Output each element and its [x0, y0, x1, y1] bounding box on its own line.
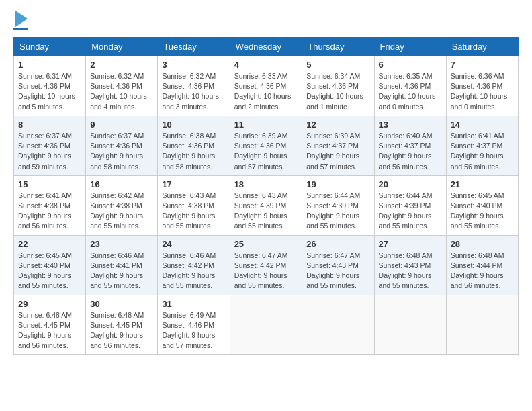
calendar-cell: 22Sunrise: 6:45 AMSunset: 4:40 PMDayligh…: [14, 235, 86, 295]
day-number: 26: [306, 239, 369, 249]
day-info: Sunrise: 6:49 AMSunset: 4:46 PMDaylight:…: [162, 310, 225, 351]
calendar-cell: 21Sunrise: 6:45 AMSunset: 4:40 PMDayligh…: [446, 175, 518, 235]
col-header-monday: Monday: [86, 38, 158, 56]
day-info: Sunrise: 6:37 AMSunset: 4:36 PMDaylight:…: [90, 131, 153, 172]
calendar-cell: 8Sunrise: 6:37 AMSunset: 4:36 PMDaylight…: [14, 116, 86, 175]
day-number: 13: [379, 120, 442, 130]
day-info: Sunrise: 6:35 AMSunset: 4:36 PMDaylight:…: [379, 71, 442, 112]
calendar-cell: 5Sunrise: 6:34 AMSunset: 4:36 PMDaylight…: [302, 56, 374, 116]
day-info: Sunrise: 6:42 AMSunset: 4:38 PMDaylight:…: [90, 191, 153, 232]
day-info: Sunrise: 6:39 AMSunset: 4:36 PMDaylight:…: [234, 131, 298, 172]
day-number: 25: [234, 239, 298, 249]
calendar-cell: 14Sunrise: 6:41 AMSunset: 4:37 PMDayligh…: [446, 116, 518, 175]
day-info: Sunrise: 6:43 AMSunset: 4:39 PMDaylight:…: [234, 191, 298, 232]
day-number: 24: [162, 239, 225, 249]
calendar-cell: 11Sunrise: 6:39 AMSunset: 4:36 PMDayligh…: [230, 116, 302, 175]
day-number: 23: [90, 239, 153, 249]
calendar-week-row: 29Sunrise: 6:48 AMSunset: 4:45 PMDayligh…: [14, 295, 519, 355]
day-info: Sunrise: 6:44 AMSunset: 4:39 PMDaylight:…: [379, 191, 442, 232]
day-number: 31: [162, 299, 225, 309]
calendar-cell: 23Sunrise: 6:46 AMSunset: 4:41 PMDayligh…: [86, 235, 158, 295]
calendar-cell: 9Sunrise: 6:37 AMSunset: 4:36 PMDaylight…: [86, 116, 158, 175]
calendar-header-row: SundayMondayTuesdayWednesdayThursdayFrid…: [14, 38, 519, 56]
day-info: Sunrise: 6:33 AMSunset: 4:36 PMDaylight:…: [234, 71, 298, 112]
day-number: 30: [90, 299, 153, 309]
day-number: 11: [234, 120, 298, 130]
day-info: Sunrise: 6:46 AMSunset: 4:42 PMDaylight:…: [162, 250, 225, 291]
day-number: 5: [306, 60, 369, 70]
day-number: 1: [18, 60, 81, 70]
calendar-cell: [230, 295, 302, 355]
day-info: Sunrise: 6:46 AMSunset: 4:41 PMDaylight:…: [90, 250, 153, 291]
calendar-cell: [374, 295, 446, 355]
calendar-cell: 24Sunrise: 6:46 AMSunset: 4:42 PMDayligh…: [158, 235, 230, 295]
day-info: Sunrise: 6:47 AMSunset: 4:43 PMDaylight:…: [306, 250, 369, 291]
day-number: 3: [162, 60, 225, 70]
calendar-table: SundayMondayTuesdayWednesdayThursdayFrid…: [13, 37, 519, 355]
calendar-cell: 16Sunrise: 6:42 AMSunset: 4:38 PMDayligh…: [86, 175, 158, 235]
page-header: [13, 13, 519, 30]
col-header-sunday: Sunday: [14, 38, 86, 56]
day-number: 8: [18, 120, 81, 130]
day-number: 17: [162, 179, 225, 189]
day-info: Sunrise: 6:36 AMSunset: 4:36 PMDaylight:…: [451, 71, 514, 112]
calendar-cell: 7Sunrise: 6:36 AMSunset: 4:36 PMDaylight…: [446, 56, 518, 116]
day-number: 12: [306, 120, 369, 130]
day-number: 19: [306, 179, 369, 189]
calendar-cell: 6Sunrise: 6:35 AMSunset: 4:36 PMDaylight…: [374, 56, 446, 116]
logo-text: [13, 13, 28, 27]
calendar-week-row: 1Sunrise: 6:31 AMSunset: 4:36 PMDaylight…: [14, 56, 519, 116]
logo: [13, 13, 28, 30]
calendar-cell: 2Sunrise: 6:32 AMSunset: 4:36 PMDaylight…: [86, 56, 158, 116]
day-number: 16: [90, 179, 153, 189]
calendar-cell: 28Sunrise: 6:48 AMSunset: 4:44 PMDayligh…: [446, 235, 518, 295]
calendar-week-row: 8Sunrise: 6:37 AMSunset: 4:36 PMDaylight…: [14, 116, 519, 175]
calendar-cell: 10Sunrise: 6:38 AMSunset: 4:36 PMDayligh…: [158, 116, 230, 175]
day-number: 10: [162, 120, 225, 130]
day-info: Sunrise: 6:41 AMSunset: 4:38 PMDaylight:…: [18, 191, 81, 232]
col-header-saturday: Saturday: [446, 38, 518, 56]
logo-arrow-icon: [15, 11, 28, 27]
logo-underline: [13, 28, 28, 30]
day-info: Sunrise: 6:48 AMSunset: 4:45 PMDaylight:…: [18, 310, 81, 351]
day-info: Sunrise: 6:34 AMSunset: 4:36 PMDaylight:…: [306, 71, 369, 112]
col-header-tuesday: Tuesday: [158, 38, 230, 56]
calendar-cell: [446, 295, 518, 355]
calendar-week-row: 22Sunrise: 6:45 AMSunset: 4:40 PMDayligh…: [14, 235, 519, 295]
calendar-cell: 27Sunrise: 6:48 AMSunset: 4:43 PMDayligh…: [374, 235, 446, 295]
day-number: 27: [379, 239, 442, 249]
day-number: 22: [18, 239, 81, 249]
col-header-thursday: Thursday: [302, 38, 374, 56]
calendar-cell: 25Sunrise: 6:47 AMSunset: 4:42 PMDayligh…: [230, 235, 302, 295]
day-number: 15: [18, 179, 81, 189]
calendar-cell: 26Sunrise: 6:47 AMSunset: 4:43 PMDayligh…: [302, 235, 374, 295]
calendar-cell: [302, 295, 374, 355]
calendar-week-row: 15Sunrise: 6:41 AMSunset: 4:38 PMDayligh…: [14, 175, 519, 235]
calendar-cell: 17Sunrise: 6:43 AMSunset: 4:38 PMDayligh…: [158, 175, 230, 235]
day-number: 28: [451, 239, 514, 249]
calendar-cell: 29Sunrise: 6:48 AMSunset: 4:45 PMDayligh…: [14, 295, 86, 355]
day-info: Sunrise: 6:48 AMSunset: 4:43 PMDaylight:…: [379, 250, 442, 291]
day-info: Sunrise: 6:45 AMSunset: 4:40 PMDaylight:…: [18, 250, 81, 291]
calendar-cell: 13Sunrise: 6:40 AMSunset: 4:37 PMDayligh…: [374, 116, 446, 175]
day-info: Sunrise: 6:31 AMSunset: 4:36 PMDaylight:…: [18, 71, 81, 112]
day-info: Sunrise: 6:45 AMSunset: 4:40 PMDaylight:…: [451, 191, 514, 232]
calendar-cell: 30Sunrise: 6:48 AMSunset: 4:45 PMDayligh…: [86, 295, 158, 355]
calendar-cell: 20Sunrise: 6:44 AMSunset: 4:39 PMDayligh…: [374, 175, 446, 235]
calendar-cell: 12Sunrise: 6:39 AMSunset: 4:37 PMDayligh…: [302, 116, 374, 175]
day-number: 6: [379, 60, 442, 70]
day-info: Sunrise: 6:40 AMSunset: 4:37 PMDaylight:…: [379, 131, 442, 172]
day-info: Sunrise: 6:47 AMSunset: 4:42 PMDaylight:…: [234, 250, 298, 291]
day-info: Sunrise: 6:44 AMSunset: 4:39 PMDaylight:…: [306, 191, 369, 232]
day-info: Sunrise: 6:41 AMSunset: 4:37 PMDaylight:…: [451, 131, 514, 172]
day-number: 4: [234, 60, 298, 70]
day-number: 9: [90, 120, 153, 130]
col-header-friday: Friday: [374, 38, 446, 56]
calendar-cell: 4Sunrise: 6:33 AMSunset: 4:36 PMDaylight…: [230, 56, 302, 116]
calendar-cell: 18Sunrise: 6:43 AMSunset: 4:39 PMDayligh…: [230, 175, 302, 235]
day-info: Sunrise: 6:37 AMSunset: 4:36 PMDaylight:…: [18, 131, 81, 172]
calendar-cell: 31Sunrise: 6:49 AMSunset: 4:46 PMDayligh…: [158, 295, 230, 355]
day-info: Sunrise: 6:43 AMSunset: 4:38 PMDaylight:…: [162, 191, 225, 232]
day-info: Sunrise: 6:39 AMSunset: 4:37 PMDaylight:…: [306, 131, 369, 172]
col-header-wednesday: Wednesday: [230, 38, 302, 56]
